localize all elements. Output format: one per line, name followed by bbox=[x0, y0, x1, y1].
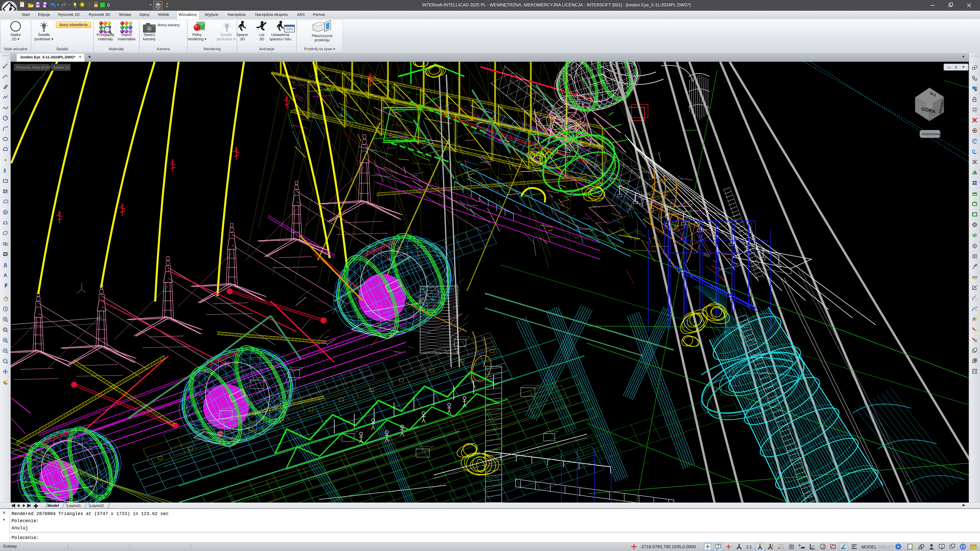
svg-text:-2718.0783,700.1035,0.0000: -2718.0783,700.1035,0.0000 bbox=[640, 545, 696, 549]
svg-text:Siatka 2D: Siatka 2D bbox=[53, 65, 70, 69]
svg-text:A: A bbox=[3, 262, 7, 267]
svg-text:A: A bbox=[3, 272, 7, 278]
svg-text:✕: ✕ bbox=[955, 65, 958, 69]
svg-text:Anonimowy: Anonimowy bbox=[921, 132, 941, 136]
svg-text:TABLET: TABLET bbox=[878, 545, 894, 549]
svg-text:1:1: 1:1 bbox=[746, 545, 752, 549]
svg-text:0: 0 bbox=[107, 3, 110, 8]
svg-text:▭: ▭ bbox=[947, 65, 951, 69]
svg-text:?: ? bbox=[717, 544, 719, 548]
svg-text:Powyżej, lewy przód: Powyżej, lewy przód bbox=[16, 65, 51, 69]
svg-text:MODEL: MODEL bbox=[861, 545, 877, 549]
